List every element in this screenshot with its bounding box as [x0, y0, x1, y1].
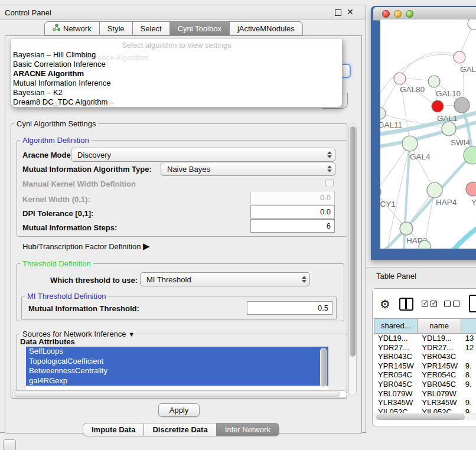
network-view-window: GALGAL80GAL10GAL1GAL11SWI4GAL4YHAP4GCY1H…	[371, 6, 476, 260]
tab-style[interactable]: Style	[100, 21, 133, 35]
float-window-icon[interactable]	[335, 9, 341, 16]
which-threshold-label: Which threshold to use:	[50, 276, 138, 285]
table-horizontal-scrollbar[interactable]	[374, 413, 476, 420]
network-node[interactable]	[427, 182, 442, 198]
table-cell: YBR045C	[374, 380, 418, 389]
tab-discretize-data[interactable]: Discretize Data	[144, 423, 216, 436]
dropdown-item[interactable]: Bayesian – Hill Climbing	[11, 50, 342, 60]
group-title: Algorithm Definition	[20, 136, 92, 145]
scrollbar-thumb[interactable]	[350, 126, 356, 357]
network-icon	[53, 24, 60, 33]
network-node[interactable]	[442, 122, 456, 136]
network-node[interactable]	[380, 186, 381, 198]
column-header[interactable]: name	[418, 318, 461, 334]
network-node[interactable]	[380, 107, 386, 119]
list-item[interactable]: BetweennessCentrality	[26, 366, 328, 376]
list-item[interactable]: SelfLoops	[26, 347, 328, 357]
network-node-label: Y	[471, 198, 476, 207]
data-attributes-list[interactable]: SelfLoops TopologicalCoefficient Between…	[26, 347, 328, 390]
network-node[interactable]	[454, 51, 465, 63]
table-cell: 9.	[461, 380, 476, 389]
network-node-label: GAL4	[410, 152, 431, 161]
network-window-titlebar[interactable]	[373, 7, 476, 21]
table-cell: YLR345W	[418, 398, 461, 407]
network-node[interactable]	[428, 76, 440, 87]
dropdown-item[interactable]: Mutual Information Inference	[11, 79, 342, 88]
network-node[interactable]	[454, 97, 470, 113]
aracne-mode-combobox[interactable]: Discovery	[71, 148, 335, 162]
screen: Control Panel ✕ Network S	[0, 0, 476, 450]
network-node[interactable]	[466, 182, 476, 196]
network-node[interactable]	[400, 222, 413, 235]
close-traffic-light-icon[interactable]	[382, 10, 390, 18]
zoom-traffic-light-icon[interactable]	[406, 10, 413, 18]
tab-select[interactable]: Select	[133, 21, 170, 35]
scrollbar-thumb[interactable]	[376, 415, 465, 420]
dropdown-item[interactable]: Bayesian – K2	[11, 88, 342, 97]
dropdown-placeholder: Select algorithm to view settings	[11, 39, 342, 50]
kernel-width-field[interactable]: 0.0	[250, 191, 335, 204]
gear-icon[interactable]: ⚙	[380, 297, 390, 311]
table-cell: 13	[461, 334, 476, 343]
dpi-tolerance-field[interactable]: 0.0	[250, 205, 335, 219]
table-row[interactable]: YBR043CYBR043C	[374, 352, 476, 361]
hub-definition-toggle[interactable]: Hub/Transcription Factor Definition ▶	[22, 241, 150, 252]
corner-button[interactable]	[3, 439, 16, 450]
mi-threshold-field[interactable]: 0.5	[247, 301, 332, 315]
group-title: MI Threshold Definition	[25, 292, 108, 301]
network-node[interactable]	[419, 240, 431, 249]
table-cell: 9.	[461, 407, 476, 413]
column-header[interactable]	[461, 318, 476, 334]
tab-cyni-toolbox[interactable]: Cyni Toolbox	[170, 21, 230, 35]
apply-button[interactable]: Apply	[158, 403, 200, 417]
network-node[interactable]	[468, 19, 476, 30]
scrollbar-thumb[interactable]	[14, 392, 340, 397]
network-node[interactable]	[394, 73, 406, 84]
table-row[interactable]: YPR145WYPR145W9.	[374, 361, 476, 371]
minimize-traffic-light-icon[interactable]	[394, 10, 402, 18]
table-row[interactable]: YLR345WYLR345W9.	[374, 398, 476, 407]
table-cell: 9.	[461, 398, 476, 407]
top-tab-bar: Network Style Select Cyni Toolbox jActiv…	[44, 21, 303, 35]
collapse-down-icon[interactable]: ▼	[128, 331, 135, 338]
dropdown-item[interactable]: Dream8 DC_TDC Algorithm	[11, 97, 342, 107]
expand-right-icon[interactable]: ▶	[143, 241, 150, 251]
list-item[interactable]: gal4RGexp	[26, 376, 328, 386]
table-row[interactable]: YBR045CYBR045C9.	[374, 380, 476, 389]
group-title: Threshold Definition	[20, 259, 93, 268]
settings-horizontal-scrollbar[interactable]	[12, 390, 347, 398]
table-row[interactable]: YBL079WYBL079W	[374, 389, 476, 399]
close-icon[interactable]: ✕	[347, 7, 354, 17]
which-threshold-combobox[interactable]: MI Threshold	[140, 272, 310, 286]
scrollbar-thumb[interactable]	[321, 348, 326, 386]
table-panel: ⚙ shared...name YDL19...YDL19...13YDR27.…	[372, 288, 476, 426]
tab-network[interactable]: Network	[44, 21, 100, 35]
dropdown-item-selected[interactable]: ARACNE Algorithm	[11, 69, 342, 79]
settings-vertical-scrollbar[interactable]	[348, 123, 357, 396]
table-row[interactable]: YIL052CYIL052C9.	[374, 407, 476, 413]
column-header[interactable]: shared...	[374, 318, 418, 334]
document-icon[interactable]	[469, 295, 476, 312]
table-cell: YDR27...	[418, 343, 461, 353]
tab-impute-data[interactable]: Impute Data	[83, 423, 144, 436]
network-node[interactable]	[432, 100, 444, 112]
mi-steps-field[interactable]: 6	[250, 219, 335, 233]
list-item[interactable]: TopologicalCoefficient	[26, 357, 328, 367]
manual-kernel-checkbox[interactable]	[325, 179, 334, 187]
tab-jactivemnodules[interactable]: jActiveMNodules	[230, 21, 303, 35]
table-cell: YIL052C	[418, 407, 461, 413]
mi-type-combobox[interactable]: Naive Bayes	[161, 162, 335, 176]
dropdown-item[interactable]: Basic Correlation Inference	[11, 60, 342, 69]
list-scrollbar[interactable]	[320, 348, 327, 387]
algorithm-dropdown-popup: Inference Algorithm gal-filtered sif def…	[11, 39, 343, 107]
network-canvas[interactable]: GALGAL80GAL10GAL1GAL11SWI4GAL4YHAP4GCY1H…	[380, 19, 476, 249]
deselect-all-checkboxes-icon[interactable]	[444, 301, 459, 307]
columns-icon[interactable]	[399, 298, 413, 311]
table-row[interactable]: YER054CYER054C8.	[374, 370, 476, 380]
group-title: Cyni Algorithm Settings	[14, 119, 98, 128]
table-row[interactable]: YDR27...YDR27...12	[374, 343, 476, 353]
tab-infer-network[interactable]: Infer Network	[217, 423, 279, 436]
select-all-checkboxes-icon[interactable]	[422, 301, 437, 307]
network-node[interactable]	[402, 136, 418, 151]
table-row[interactable]: YDL19...YDL19...13	[374, 334, 476, 343]
